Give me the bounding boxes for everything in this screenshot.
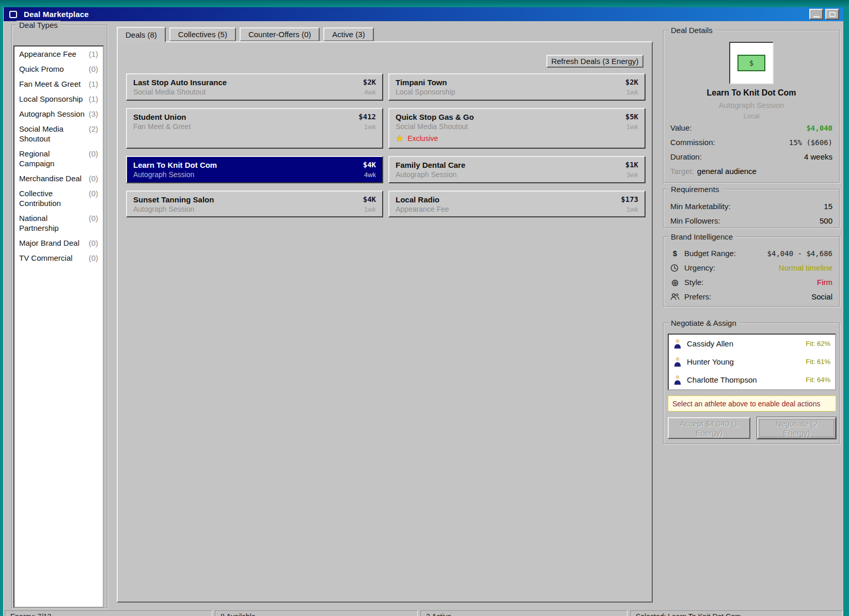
deal-card[interactable]: Learn To Knit Dot ComAutograph Session$4… [126, 156, 383, 183]
deals-grid: Last Stop Auto InsuranceSocial Media Sho… [126, 73, 646, 217]
deal-types-title: Deal Types [17, 21, 60, 29]
athlete-fit: Fit: 61% [806, 358, 830, 366]
deal-type: Autograph Session [133, 205, 376, 213]
sidebar-item-appearance-fee[interactable]: Appearance Fee(1) [14, 46, 103, 61]
deal-type: Social Media Shoutout [396, 122, 638, 131]
sidebar-item-count: (0) [89, 173, 98, 183]
sidebar-item-label: Quick Promo [19, 64, 89, 74]
exclusive-label: Exclusive [407, 134, 438, 143]
sidebar-item-national-partnership[interactable]: National Partnership(0) [14, 211, 103, 235]
sidebar-item-fan-meet-greet[interactable]: Fan Meet & Greet(1) [14, 76, 103, 91]
deals-tab-page: Refresh Deals (3 Energy) Last Stop Auto … [117, 41, 653, 603]
status-active: 3 Active [420, 610, 627, 616]
deal-type: Autograph Session [396, 170, 638, 179]
deal-value: $4K [363, 195, 376, 203]
sidebar-item-tv-commercial[interactable]: TV Commercial(0) [14, 250, 103, 265]
negotiate-assign-title: Negotiate & Assign [668, 319, 739, 327]
deal-name: Last Stop Auto Insurance [133, 78, 376, 87]
deal-duration: 4wk [364, 171, 376, 179]
athlete-icon [673, 357, 682, 367]
deal-name: Student Union [133, 113, 376, 121]
commission-label: Commission: [670, 138, 715, 147]
deal-card[interactable]: Last Stop Auto InsuranceSocial Media Sho… [126, 73, 383, 101]
requirement-row: Min Followers:500 [664, 216, 839, 226]
commission-amount: 15% ($606) [789, 138, 832, 147]
deal-value: $173 [621, 195, 638, 203]
brand-row-label: Prefers: [684, 292, 712, 301]
commission-row: Commission: 15% ($606) [664, 138, 839, 148]
deal-duration: 1wk [626, 206, 638, 213]
requirement-value: 15 [824, 202, 832, 211]
target-icon: ◎ [670, 278, 680, 287]
deal-duration: 1wk [626, 88, 638, 96]
minimize-button[interactable] [809, 9, 823, 20]
deal-card[interactable]: Sunset Tanning SalonAutograph Session$4K… [126, 191, 383, 217]
sidebar-item-label: Social Media Shoutout [19, 124, 89, 144]
deal-value: $1K [625, 161, 638, 169]
sidebar-item-autograph-session[interactable]: Autograph Session(3) [14, 106, 103, 121]
sidebar-item-merchandise-deal[interactable]: Merchandise Deal(0) [14, 171, 103, 186]
sidebar-item-label: Fan Meet & Greet [19, 79, 89, 89]
athlete-row[interactable]: Cassidy AllenFit: 62% [669, 335, 835, 353]
brand-row-value: Firm [817, 278, 832, 287]
deal-duration: 1wk [626, 123, 638, 131]
accept-deal-button[interactable]: Accept $4,040 (1 Energy) [668, 417, 750, 439]
deal-type: Fan Meet & Greet [133, 122, 376, 131]
deal-card[interactable]: Family Dental CareAutograph Session$1K3w… [388, 156, 646, 183]
sidebar-item-quick-promo[interactable]: Quick Promo(0) [14, 61, 103, 76]
sidebar-item-label: Regional Campaign [19, 149, 89, 168]
requirements-title: Requirements [668, 185, 721, 194]
sidebar-item-label: Collective Contribution [19, 188, 89, 208]
sidebar-item-count: (0) [89, 149, 98, 168]
status-energy: Energy: 7/12 [5, 610, 212, 616]
brand-row-label: Style: [684, 278, 704, 287]
sidebar-item-count: (0) [89, 238, 98, 248]
sidebar-item-label: TV Commercial [19, 253, 89, 263]
sidebar-item-social-media-shoutout[interactable]: Social Media Shoutout(2) [14, 121, 103, 146]
deal-card[interactable]: Student UnionFan Meet & Greet$4121wk [126, 108, 383, 149]
deal-value: $2K [625, 78, 638, 86]
brand-intelligence-group: Brand Intelligence $Budget Range:$4,040 … [663, 236, 840, 307]
tab-active[interactable]: Active (3) [323, 27, 373, 41]
athlete-name: Charlotte Thompson [687, 375, 800, 384]
deal-card[interactable]: Quick Stop Gas & GoSocial Media Shoutout… [388, 108, 646, 149]
athlete-name: Hunter Young [687, 357, 800, 366]
star-icon: ★ [396, 134, 404, 143]
deal-value: $4K [363, 161, 376, 169]
sidebar-item-count: (0) [89, 253, 98, 263]
sidebar-item-label: Major Brand Deal [19, 238, 89, 248]
target-row: Target: general audience [664, 167, 839, 177]
maximize-button[interactable] [825, 9, 839, 20]
deal-types-list[interactable]: Appearance Fee(1)Quick Promo(0)Fan Meet … [13, 45, 104, 608]
sidebar-item-count: (0) [89, 188, 98, 208]
sidebar-item-collective-contribution[interactable]: Collective Contribution(0) [14, 186, 103, 211]
tab-collectives[interactable]: Collectives (5) [169, 27, 236, 41]
brand-row: Urgency:Normal timeline [664, 263, 839, 273]
detail-deal-type: Autograph Session [664, 101, 839, 109]
minimize-icon [813, 16, 820, 18]
deal-name: Timpani Town [396, 78, 638, 87]
tab-strip: Deals (8)Collectives (5)Counter-Offers (… [117, 26, 374, 41]
sidebar-item-label: Autograph Session [19, 109, 89, 119]
sidebar-item-major-brand-deal[interactable]: Major Brand Deal(0) [14, 235, 103, 250]
dollar-bill-icon: $ [737, 55, 765, 71]
value-label: Value: [670, 123, 691, 132]
athlete-row[interactable]: Hunter YoungFit: 61% [669, 353, 835, 371]
brand-row: $Budget Range:$4,040 - $4,686 [664, 248, 839, 258]
sidebar-item-local-sponsorship[interactable]: Local Sponsorship(1) [14, 91, 103, 106]
deal-card[interactable]: Timpani TownLocal Sponsorship$2K1wk [388, 73, 646, 101]
refresh-deals-button[interactable]: Refresh Deals (3 Energy) [546, 55, 643, 68]
athlete-icon [673, 375, 682, 385]
athlete-list[interactable]: Cassidy AllenFit: 62%Hunter YoungFit: 61… [668, 334, 836, 390]
negotiate-button[interactable]: Negotiate (2 Energy) [757, 417, 836, 439]
tab-counter-offers[interactable]: Counter-Offers (0) [240, 27, 320, 41]
deal-name: Learn To Knit Dot Com [133, 161, 376, 169]
tab-deals[interactable]: Deals (8) [117, 27, 166, 42]
deal-duration: 1wk [364, 123, 376, 131]
target-value: general audience [697, 167, 757, 176]
deal-card[interactable]: Local RadioAppearance Fee$1731wk [388, 191, 646, 217]
athlete-row[interactable]: Charlotte ThompsonFit: 64% [669, 371, 835, 389]
sidebar-item-regional-campaign[interactable]: Regional Campaign(0) [14, 146, 103, 171]
brand-row-value: $4,040 - $4,686 [767, 249, 832, 258]
deal-value: $412 [358, 113, 376, 121]
